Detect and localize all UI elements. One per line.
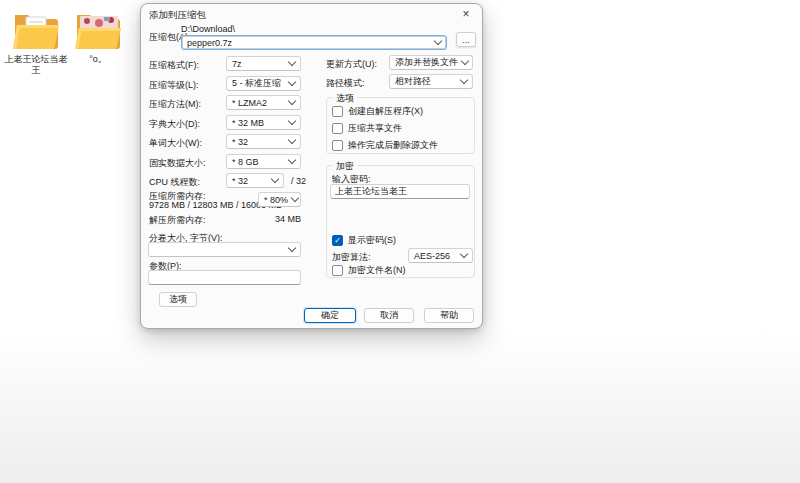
chevron-down-icon	[271, 175, 279, 183]
encrypt-filenames-label: 加密文件名(N)	[348, 264, 406, 277]
chevron-down-icon[interactable]	[434, 37, 442, 45]
password-input[interactable]	[330, 184, 470, 199]
solid-block-label: 固实数据大小:	[149, 157, 206, 170]
chevron-down-icon	[460, 250, 468, 258]
folder-icon	[1, 8, 71, 52]
delete-after-label: 操作完成后删除源文件	[348, 139, 438, 152]
path-mode-label: 路径模式:	[326, 77, 365, 90]
delete-after-checkbox[interactable]: 操作完成后删除源文件	[332, 139, 438, 152]
add-to-archive-dialog: 添加到压缩包 × 压缩包(A): D:\Download\ pepper0.7z…	[140, 3, 483, 329]
desktop-folder-2[interactable]: °o。	[63, 8, 133, 65]
archive-name-value: pepper0.7z	[187, 38, 232, 48]
dictionary-dropdown[interactable]: * 32 MB	[226, 115, 301, 130]
desktop-folder-1-label: 上老王论坛当老王	[1, 54, 71, 76]
archive-dir-text: D:\Download\	[181, 24, 235, 34]
archive-name-combobox[interactable]: pepper0.7z	[181, 35, 447, 50]
checkbox-icon[interactable]	[332, 265, 343, 276]
close-icon[interactable]: ×	[454, 5, 478, 22]
desktop: 上老王论坛当老王 °o。 添加到压缩包 × 压缩包(A): D:\Downloa…	[0, 0, 800, 483]
help-button[interactable]: 帮助	[424, 308, 474, 323]
desktop-folder-2-label: °o。	[63, 54, 133, 65]
update-mode-label: 更新方式(U):	[326, 58, 377, 71]
parameters-input[interactable]	[148, 270, 301, 285]
memory-decompress-value: 34 MB	[251, 214, 301, 224]
chevron-down-icon	[460, 76, 468, 84]
desktop-folder-1[interactable]: 上老王论坛当老王	[1, 8, 71, 76]
chevron-down-icon	[461, 57, 469, 65]
create-sfx-label: 创建自解压程序(X)	[348, 105, 423, 118]
chevron-down-icon	[288, 78, 296, 86]
create-sfx-checkbox[interactable]: 创建自解压程序(X)	[332, 105, 423, 118]
chevron-down-icon	[291, 194, 299, 202]
update-mode-dropdown[interactable]: 添加并替换文件	[389, 55, 473, 70]
dictionary-label: 字典大小(D):	[149, 118, 200, 131]
chevron-down-icon	[288, 117, 296, 125]
word-size-dropdown[interactable]: * 32	[226, 134, 301, 149]
folder-icon	[63, 8, 133, 52]
checkbox-icon[interactable]	[332, 106, 343, 117]
show-password-label: 显示密码(S)	[348, 234, 396, 247]
method-label: 压缩方法(M):	[149, 98, 201, 111]
cpu-threads-max: / 32	[291, 176, 306, 186]
level-dropdown[interactable]: 5 - 标准压缩	[226, 76, 301, 91]
level-label: 压缩等级(L):	[149, 79, 199, 92]
chevron-down-icon	[288, 97, 296, 105]
solid-block-dropdown[interactable]: * 8 GB	[226, 154, 301, 169]
shared-files-label: 压缩共享文件	[348, 122, 402, 135]
show-password-checkbox[interactable]: 显示密码(S)	[332, 234, 396, 247]
chevron-down-icon	[288, 58, 296, 66]
cpu-threads-label: CPU 线程数:	[149, 176, 200, 189]
memory-usage-dropdown[interactable]: * 80%	[258, 192, 301, 207]
encryption-method-label: 加密算法:	[332, 251, 371, 264]
chevron-down-icon	[288, 136, 296, 144]
encrypt-filenames-checkbox[interactable]: 加密文件名(N)	[332, 264, 406, 277]
cancel-button[interactable]: 取消	[364, 308, 414, 323]
cpu-threads-dropdown[interactable]: * 32	[226, 173, 284, 188]
checkbox-icon[interactable]	[332, 140, 343, 151]
options-group-title: 选项	[333, 92, 357, 105]
checkbox-icon[interactable]	[332, 123, 343, 134]
browse-button[interactable]: ...	[456, 32, 476, 47]
dialog-title: 添加到压缩包	[149, 9, 206, 22]
format-label: 压缩格式(F):	[149, 59, 199, 72]
shared-files-checkbox[interactable]: 压缩共享文件	[332, 122, 402, 135]
checkbox-icon[interactable]	[332, 235, 343, 246]
memory-decompress-label: 解压所需内存:	[149, 214, 206, 227]
encryption-method-dropdown[interactable]: AES-256	[408, 248, 473, 263]
options-button[interactable]: 选项	[159, 292, 197, 307]
word-size-label: 单词大小(W):	[149, 137, 202, 150]
method-dropdown[interactable]: * LZMA2	[226, 95, 301, 110]
path-mode-dropdown[interactable]: 相对路径	[389, 74, 473, 89]
ok-button[interactable]: 确定	[304, 308, 356, 323]
chevron-down-icon	[288, 156, 296, 164]
chevron-down-icon	[288, 244, 296, 252]
format-dropdown[interactable]: 7z	[226, 56, 301, 71]
encryption-group-title: 加密	[333, 160, 357, 173]
volume-size-combobox[interactable]	[148, 242, 301, 257]
